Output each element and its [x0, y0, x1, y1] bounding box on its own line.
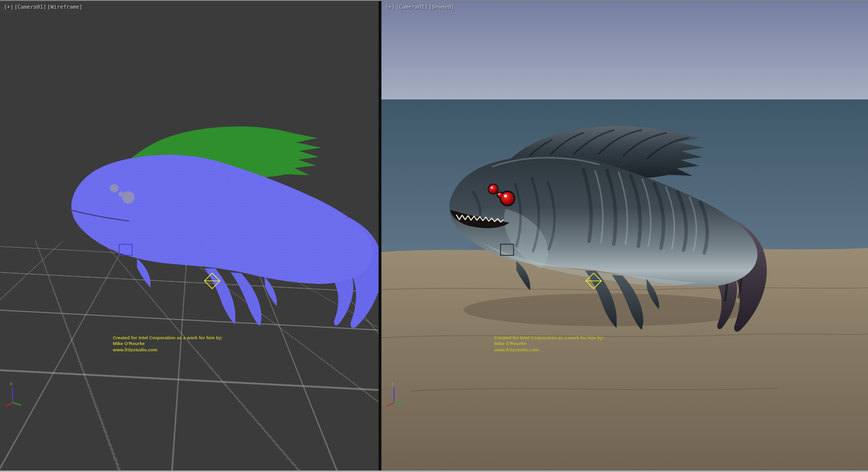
watermark-text: Created for Intel Corporation as a work … — [113, 335, 223, 353]
viewport-label: [+][Camera01][Wireframe] — [4, 4, 83, 10]
axis-x — [387, 403, 394, 406]
axis-x — [6, 403, 13, 406]
axis-y — [394, 403, 403, 405]
watermark-line: www.fritzstudio.com — [494, 347, 604, 353]
viewport-menu-shading[interactable]: [Wireframe] — [47, 4, 82, 10]
watermark-line: www.fritzstudio.com — [113, 347, 223, 353]
viewport-split: [+][Camera01][Wireframe] Created for Int… — [0, 0, 868, 472]
viewport-wireframe[interactable]: [+][Camera01][Wireframe] Created for Int… — [0, 0, 379, 472]
axis-y — [13, 403, 21, 405]
scene-wireframe — [0, 0, 379, 472]
window-edge-top — [0, 0, 868, 1]
world-axis-tripod: z — [385, 379, 414, 408]
fish-model-wireframe[interactable] — [71, 126, 379, 328]
viewport-menu-general[interactable]: [+] — [4, 4, 14, 10]
viewport-menu-shading[interactable]: [Shaded] — [429, 4, 454, 10]
viewport-label: [+][Camera01][Shaded] — [385, 4, 455, 10]
watermark-line: Created for Intel Corporation as a work … — [113, 335, 223, 341]
viewport-menu-pov[interactable]: [Camera01] — [14, 4, 46, 10]
watermark-line: Mike O'Rourke — [113, 341, 223, 347]
scene-shaded — [381, 0, 868, 472]
viewport-shaded[interactable]: [+][Camera01][Shaded] Created for Intel … — [381, 0, 868, 472]
viewport-menu-pov[interactable]: [Camera01] — [396, 4, 428, 10]
axis-z-label: z — [10, 381, 12, 386]
watermark-line: Created for Intel Corporation as a work … — [494, 335, 604, 341]
world-axis-tripod: z — [4, 379, 33, 408]
watermark-text: Created for Intel Corporation as a work … — [494, 335, 604, 353]
viewport-menu-general[interactable]: [+] — [385, 4, 395, 10]
watermark-line: Mike O'Rourke — [494, 341, 604, 347]
viewport-splitter[interactable] — [379, 0, 381, 472]
axis-z-label: z — [391, 381, 393, 386]
sky — [381, 0, 868, 99]
